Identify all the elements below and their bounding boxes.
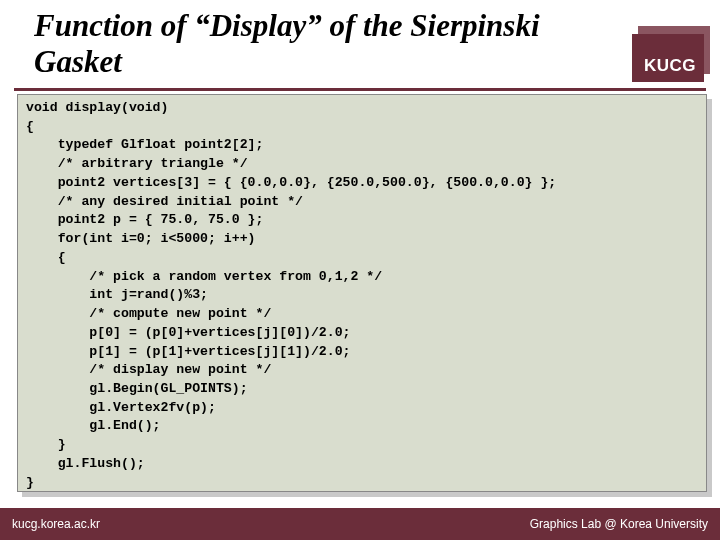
footer-bar: kucg.korea.ac.kr Graphics Lab @ Korea Un… — [0, 508, 720, 540]
code-block: void display(void) { typedef Glfloat poi… — [17, 94, 707, 492]
logo-badge: KUCG — [632, 34, 704, 82]
slide-title: Function of “Display” of the Sierpinski … — [34, 8, 574, 79]
title-divider — [14, 88, 706, 91]
slide: Function of “Display” of the Sierpinski … — [0, 0, 720, 540]
title-bar: Function of “Display” of the Sierpinski … — [0, 0, 720, 88]
logo-text: KUCG — [644, 56, 696, 76]
footer-credit: Graphics Lab @ Korea University — [530, 517, 708, 531]
footer-url: kucg.korea.ac.kr — [12, 517, 100, 531]
